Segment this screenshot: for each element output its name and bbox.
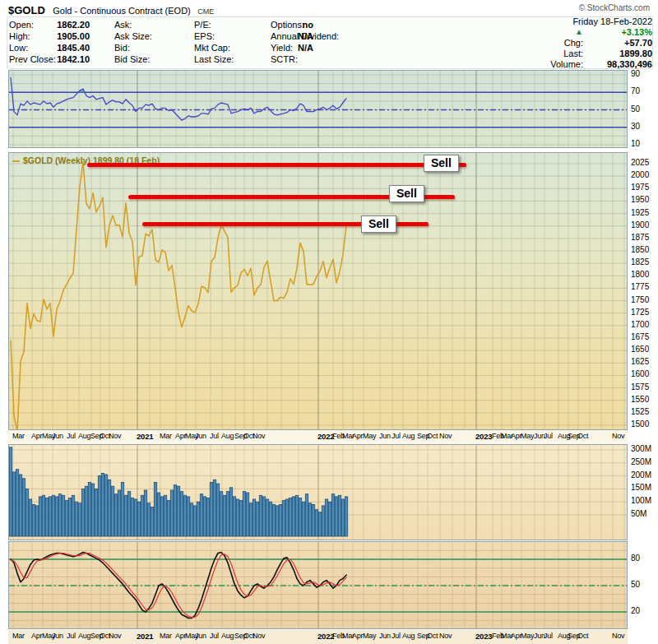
x-axis-label: Nov	[253, 632, 265, 640]
x-axis-label: Nov	[109, 432, 121, 440]
x-axis-label: Jun	[195, 432, 206, 440]
sell-annotation-line	[87, 163, 466, 167]
y-axis-tick: 1725	[631, 308, 649, 317]
main-price-panel: $GOLD (Weekly) 1899.80 (18 Feb) SellSell…	[8, 152, 628, 430]
y-axis-tick: 1650	[631, 345, 649, 354]
quote-value: N/A	[271, 31, 313, 41]
x-axis-label: Jul	[67, 432, 76, 440]
x-axis-label: Jun	[379, 632, 391, 640]
x-axis-label: Apr	[31, 632, 42, 640]
stockcharts-chart: $GOLD Gold - Continuous Contract (EOD) C…	[0, 0, 658, 644]
x-axis-label: 2023	[475, 432, 492, 441]
y-axis-tick: 1500	[631, 419, 649, 429]
x-axis-label: Jul	[67, 632, 76, 640]
quote-panel: Open:1862.20High:1905.00Low:1845.40Prev …	[7, 16, 653, 69]
quote-label: SCTR:	[271, 54, 298, 64]
x-axis-label: Mar	[12, 632, 25, 640]
x-axis-label: Jul	[392, 632, 401, 640]
x-axis-label: 2021	[137, 632, 153, 641]
quote-value: 1862.20	[9, 20, 90, 30]
x-axis-label: Oct	[427, 632, 438, 640]
sell-annotation-label: Sell	[361, 215, 396, 233]
right-price-axis: 9070503010150015251550157516001625165016…	[629, 0, 658, 644]
x-axis-label: Jun	[52, 632, 63, 640]
y-axis-tick: 300M	[631, 444, 651, 453]
title-bar: $GOLD Gold - Continuous Contract (EOD) C…	[8, 2, 650, 16]
quote-label: Mkt Cap:	[194, 43, 230, 53]
x-axis-label: Aug	[402, 632, 415, 640]
y-axis-tick: 1775	[631, 282, 649, 291]
quote-label: Ask Size:	[114, 31, 152, 41]
quote-label: P/E:	[194, 20, 211, 30]
x-axis-label: Jul	[210, 632, 219, 640]
x-axis-label: Mar	[160, 432, 172, 440]
y-axis-tick: 1950	[631, 195, 649, 204]
volume-plot	[9, 445, 627, 540]
x-axis-label: Nov	[612, 432, 624, 440]
y-axis-tick: 1675	[631, 332, 649, 341]
y-axis-tick: 80	[631, 554, 640, 563]
y-axis-tick: 50	[631, 104, 640, 114]
x-axis-label: May	[363, 632, 376, 640]
volume-panel	[8, 444, 628, 540]
x-axis-label: Aug	[78, 632, 90, 640]
y-axis-tick: 1875	[631, 233, 649, 242]
rsi-plot	[9, 71, 627, 147]
x-axis-label: Nov	[439, 432, 452, 440]
x-axis-label: Oct	[427, 432, 438, 440]
y-axis-tick: 20	[631, 606, 640, 615]
x-axis-label: May	[363, 432, 376, 440]
x-axis-label: Mar	[12, 432, 25, 440]
y-axis-tick: 1975	[631, 183, 649, 192]
x-axis-label: Jun	[52, 432, 63, 440]
y-axis-tick: 50M	[631, 509, 646, 518]
y-axis-tick: 1550	[631, 395, 649, 404]
y-axis-tick: 10	[631, 139, 640, 148]
y-axis-tick: 200M	[631, 470, 651, 480]
x-axis-label: Jul	[544, 432, 553, 440]
y-axis-tick: 30	[631, 122, 640, 131]
legend-line-swatch	[12, 160, 20, 162]
quote-label: Last Size:	[194, 54, 234, 64]
y-axis-tick: 1750	[631, 295, 649, 304]
y-axis-tick: 1575	[631, 382, 649, 391]
x-axis-label: Oct	[577, 632, 588, 640]
quote-value: 1905.00	[9, 31, 90, 41]
x-axis-label: Nov	[253, 432, 265, 440]
quote-label: Bid Size:	[114, 54, 150, 64]
x-axis-label: May	[521, 432, 534, 440]
x-axis-label: Jun	[379, 432, 391, 440]
x-axis-label: Jun	[195, 632, 206, 640]
y-axis-tick: 150M	[631, 483, 651, 492]
x-axis-label: Mar	[160, 632, 172, 640]
x-axis-label: Apr	[352, 632, 363, 640]
quote-label: EPS:	[194, 31, 215, 41]
x-axis-label: Nov	[612, 632, 624, 640]
y-axis-tick: 1900	[631, 220, 649, 229]
quote-label: Bid:	[114, 43, 130, 53]
instrument-name: Gold - Continuous Contract (EOD)	[53, 6, 191, 16]
y-axis-tick: 1525	[631, 407, 649, 416]
quote-value: N/A	[271, 43, 313, 53]
y-axis-tick: 1800	[631, 270, 649, 279]
x-axis-label: Aug	[221, 632, 234, 640]
quote-value: 1845.40	[9, 43, 90, 53]
sell-annotation-label: Sell	[389, 185, 424, 202]
quote-value: no	[271, 20, 313, 30]
oscillator-panel	[8, 541, 628, 629]
symbol: $GOLD	[8, 4, 45, 16]
x-axis-label: Oct	[577, 432, 588, 440]
x-axis-label: Apr	[352, 432, 363, 440]
y-axis-tick: 70	[631, 86, 640, 95]
y-axis-tick: 1600	[631, 369, 649, 378]
x-axis-label: Aug	[402, 432, 415, 440]
y-axis-tick: 50	[631, 580, 640, 589]
quote-label: Ask:	[114, 20, 132, 30]
y-axis-tick: 250M	[631, 457, 651, 466]
y-axis-tick: 1625	[631, 357, 649, 366]
x-axis-label: May	[521, 632, 534, 640]
y-axis-tick: 1825	[631, 257, 649, 266]
x-axis-bottom: MarAprMayJunJulAugSepOctNov2021MarAprMay…	[8, 630, 628, 644]
y-axis-tick: 2025	[631, 158, 649, 167]
quote-value: 1842.10	[9, 54, 90, 64]
